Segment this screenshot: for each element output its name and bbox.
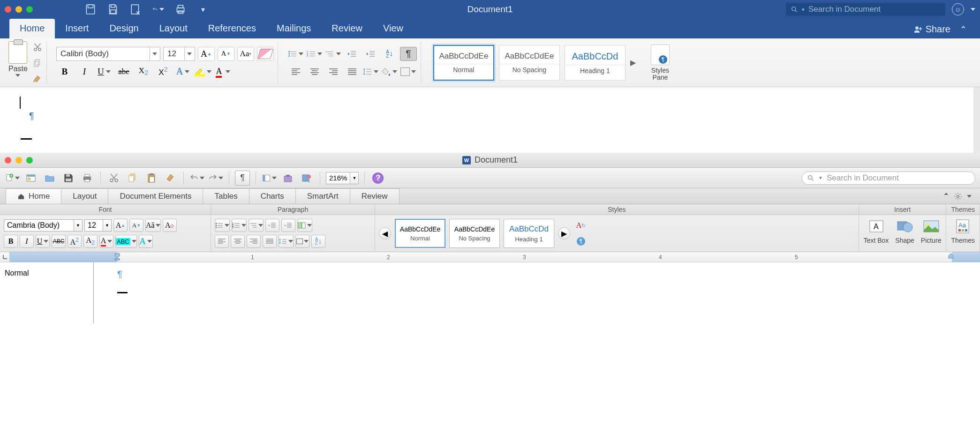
- cut-button[interactable]: [106, 171, 121, 186]
- search-field[interactable]: ▼ Search in Document: [802, 172, 975, 185]
- open-button[interactable]: [42, 171, 57, 186]
- template-button[interactable]: [23, 171, 38, 186]
- clear-formatting-button[interactable]: [257, 47, 274, 61]
- tab-review[interactable]: Review: [350, 188, 400, 204]
- save-icon[interactable]: [107, 3, 119, 15]
- tab-review[interactable]: Review: [321, 19, 373, 38]
- strikethrough-button[interactable]: ABC: [52, 235, 66, 248]
- toolbox-button[interactable]: [280, 171, 295, 186]
- bold-button[interactable]: B: [56, 65, 73, 79]
- show-hide-button[interactable]: ¶: [400, 47, 417, 61]
- style-no-spacing[interactable]: AaBbCcDdEe No Spacing: [449, 219, 500, 248]
- font-name-combo[interactable]: Cambria (Body)▼: [4, 219, 83, 231]
- multilevel-list-button[interactable]: [249, 219, 264, 232]
- document-page[interactable]: ¶: [94, 262, 980, 323]
- style-heading-1[interactable]: AaBbCcDd Heading 1: [504, 219, 554, 248]
- close-window-button[interactable]: [5, 6, 11, 13]
- shrink-font-button[interactable]: A▼: [218, 47, 234, 61]
- change-case-button[interactable]: Aā: [145, 219, 161, 232]
- grow-font-button[interactable]: A▲: [113, 219, 128, 232]
- grow-font-button[interactable]: A▲: [198, 47, 215, 61]
- underline-button[interactable]: U: [36, 235, 50, 248]
- paste-button[interactable]: Paste: [8, 41, 28, 77]
- customize-qat-icon[interactable]: ▾: [197, 3, 209, 15]
- collapse-ribbon-icon[interactable]: ⌃: [943, 192, 949, 201]
- themes-button[interactable]: Aa Themes: [951, 218, 975, 244]
- format-painter-icon[interactable]: [32, 74, 43, 84]
- align-left-button[interactable]: [287, 65, 304, 79]
- align-right-button[interactable]: [247, 235, 261, 248]
- superscript-button[interactable]: A2: [68, 235, 82, 248]
- highlight-button[interactable]: [194, 65, 212, 79]
- tab-tables[interactable]: Tables: [203, 188, 249, 204]
- tab-design[interactable]: Design: [99, 19, 149, 38]
- font-color-button[interactable]: A: [99, 235, 113, 248]
- text-effects-button[interactable]: A: [174, 65, 191, 79]
- align-center-button[interactable]: [306, 65, 323, 79]
- justify-button[interactable]: [344, 65, 361, 79]
- change-case-button[interactable]: Aa▾: [237, 47, 254, 61]
- tab-selector-icon[interactable]: [2, 254, 8, 260]
- copy-button[interactable]: [125, 171, 140, 186]
- font-color-button[interactable]: A: [215, 65, 232, 79]
- change-styles-button[interactable]: A↻: [574, 219, 588, 232]
- clear-formatting-button[interactable]: A◇: [163, 219, 177, 232]
- indent-marker-icon[interactable]: [114, 253, 120, 261]
- undo-icon[interactable]: [152, 3, 164, 15]
- tab-home[interactable]: Home: [9, 19, 55, 38]
- feedback-icon[interactable]: ☺: [952, 3, 964, 15]
- font-size-combo[interactable]: 12: [163, 47, 195, 61]
- bullets-button[interactable]: [287, 47, 304, 61]
- multilevel-list-button[interactable]: [325, 47, 342, 61]
- sort-button[interactable]: AZ↓: [381, 47, 398, 61]
- styles-next-button[interactable]: ▶: [558, 227, 570, 239]
- tab-document-elements[interactable]: Document Elements: [108, 188, 203, 204]
- bold-button[interactable]: B: [4, 235, 18, 248]
- numbering-button[interactable]: 123: [306, 47, 323, 61]
- format-painter-button[interactable]: [163, 171, 178, 186]
- tab-layout[interactable]: Layout: [149, 19, 198, 38]
- tab-layout[interactable]: Layout: [61, 188, 108, 204]
- insert-shape-button[interactable]: Shape: [895, 218, 914, 244]
- cut-icon[interactable]: [32, 42, 43, 52]
- justify-button[interactable]: [263, 235, 277, 248]
- minimize-window-button[interactable]: [15, 157, 22, 164]
- zoom-window-button[interactable]: [26, 157, 33, 164]
- underline-button[interactable]: U: [96, 65, 113, 79]
- align-right-button[interactable]: [325, 65, 342, 79]
- subscript-button[interactable]: A2: [83, 235, 98, 248]
- styles-pane-button[interactable]: ¶: [574, 235, 588, 248]
- autosave-icon[interactable]: [84, 3, 97, 15]
- show-hide-button[interactable]: ¶: [235, 171, 250, 186]
- search-field[interactable]: ▾ Search in Document: [786, 3, 945, 16]
- shrink-font-button[interactable]: A▼: [129, 219, 143, 232]
- tab-charts[interactable]: Charts: [249, 188, 296, 204]
- account-dropdown-icon[interactable]: [971, 8, 975, 11]
- share-button[interactable]: Share: [913, 24, 950, 35]
- collapse-ribbon-icon[interactable]: ⌃: [960, 24, 967, 35]
- align-left-button[interactable]: [215, 235, 229, 248]
- font-name-combo[interactable]: Calibri (Body): [56, 47, 160, 61]
- shading-button[interactable]: [381, 65, 398, 79]
- numbering-button[interactable]: 123: [232, 219, 247, 232]
- styles-prev-button[interactable]: ◀: [379, 227, 391, 239]
- right-indent-marker-icon[interactable]: [948, 253, 954, 261]
- increase-indent-button[interactable]: [362, 47, 379, 61]
- undo-button[interactable]: [189, 171, 204, 186]
- print-button[interactable]: [80, 171, 95, 186]
- borders-button[interactable]: [295, 235, 309, 248]
- zoom-combo[interactable]: 216%▼: [326, 172, 359, 184]
- minimize-window-button[interactable]: [15, 6, 22, 13]
- document-area[interactable]: ¶: [0, 87, 980, 153]
- bullets-button[interactable]: [215, 219, 230, 232]
- styles-pane-button[interactable]: Styles Pane: [644, 45, 676, 81]
- save-button[interactable]: [61, 171, 76, 186]
- sidebar-button[interactable]: [262, 171, 277, 186]
- print-icon[interactable]: [174, 3, 187, 15]
- highlight-button[interactable]: ABC: [115, 235, 137, 248]
- style-no-spacing[interactable]: AaBbCcDdEe No Spacing: [499, 45, 560, 81]
- strikethrough-button[interactable]: abe: [115, 65, 132, 79]
- help-button[interactable]: ?: [370, 171, 385, 186]
- font-size-combo[interactable]: 12▼: [84, 219, 112, 231]
- new-doc-button[interactable]: [5, 171, 20, 186]
